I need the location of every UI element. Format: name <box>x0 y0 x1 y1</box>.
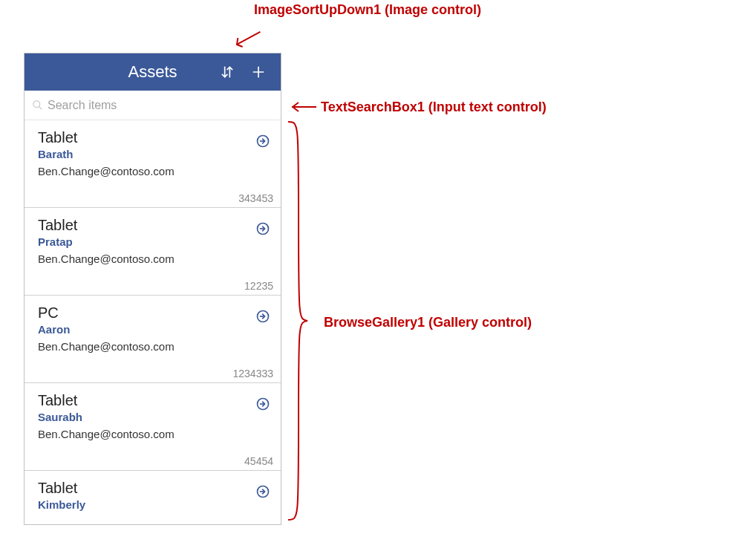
add-icon[interactable] <box>250 63 267 81</box>
next-arrow-icon[interactable] <box>255 484 270 499</box>
item-subtitle: Aaron <box>38 323 272 336</box>
browse-gallery[interactable]: Tablet Barath Ben.Change@contoso.com 343… <box>25 120 281 524</box>
item-number: 45454 <box>244 455 273 467</box>
gallery-item[interactable]: PC Aaron Ben.Change@contoso.com 1234333 <box>25 296 281 383</box>
item-number: 1234333 <box>232 368 273 379</box>
gallery-item[interactable]: Tablet Pratap Ben.Change@contoso.com 122… <box>25 208 281 296</box>
svg-line-5 <box>39 107 42 109</box>
search-input[interactable] <box>48 99 273 112</box>
sort-updown-icon[interactable] <box>218 63 236 81</box>
item-number: 343453 <box>238 192 273 204</box>
item-title: Tablet <box>38 217 272 234</box>
next-arrow-icon[interactable] <box>255 134 270 149</box>
item-title: Tablet <box>38 392 272 409</box>
item-subtitle: Pratap <box>38 235 272 248</box>
item-number: 12235 <box>244 280 273 292</box>
svg-line-16 <box>237 25 260 51</box>
item-subtitle: Barath <box>38 148 272 160</box>
item-email: Ben.Change@contoso.com <box>38 252 272 265</box>
search-bar <box>25 91 281 120</box>
annotation-gallery: BrowseGallery1 (Gallery control) <box>324 315 532 330</box>
next-arrow-icon[interactable] <box>255 309 270 324</box>
item-subtitle: Kimberly <box>38 498 272 511</box>
annotation-gallery-brace <box>285 120 310 521</box>
svg-point-4 <box>33 101 40 108</box>
search-icon <box>32 100 43 111</box>
annotation-search: TextSearchBox1 (Input text control) <box>321 100 547 115</box>
item-title: PC <box>38 304 272 322</box>
item-email: Ben.Change@contoso.com <box>38 428 272 440</box>
item-title: Tablet <box>38 480 272 497</box>
phone-frame: Assets Tablet B <box>24 53 281 525</box>
annotation-sort: ImageSortUpDown1 (Image control) <box>254 2 481 18</box>
item-email: Ben.Change@contoso.com <box>38 340 272 353</box>
gallery-item[interactable]: Tablet Kimberly <box>25 471 281 518</box>
item-email: Ben.Change@contoso.com <box>38 165 272 177</box>
annotation-search-arrow <box>290 100 318 118</box>
item-subtitle: Saurabh <box>38 411 272 423</box>
gallery-item[interactable]: Tablet Barath Ben.Change@contoso.com 343… <box>25 120 281 208</box>
next-arrow-icon[interactable] <box>255 397 270 411</box>
next-arrow-icon[interactable] <box>255 221 270 236</box>
appbar-title: Assets <box>128 62 177 82</box>
item-title: Tablet <box>38 129 272 146</box>
gallery-item[interactable]: Tablet Saurabh Ben.Change@contoso.com 45… <box>25 383 281 471</box>
